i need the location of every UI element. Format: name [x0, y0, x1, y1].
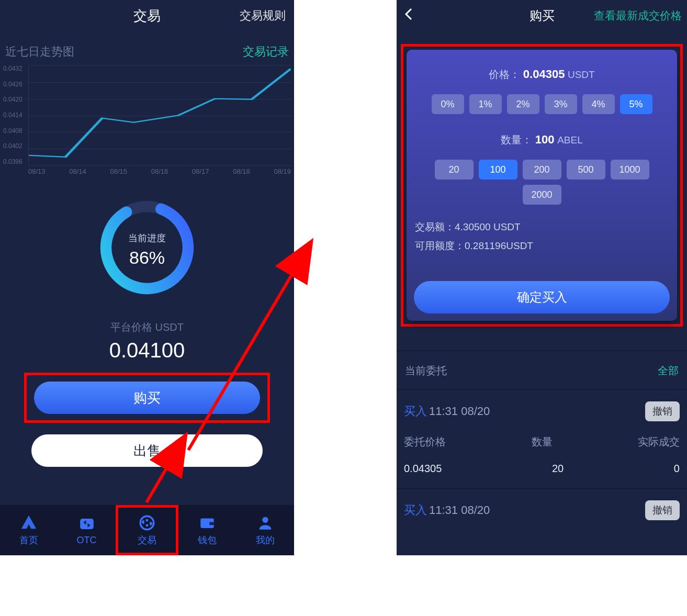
buy-button-highlight: 购买	[24, 373, 270, 423]
order-item: 买入11:31 08/20 撤销	[397, 488, 687, 520]
header-left: 交易 交易规则	[0, 0, 294, 31]
xtick: 08/16	[151, 167, 168, 175]
platform-price-label: 平台价格 USDT	[0, 320, 294, 334]
buy-button[interactable]: 购买	[34, 382, 260, 414]
val-qty: 20	[552, 463, 564, 475]
svg-point-6	[262, 517, 268, 523]
progress-value: 86%	[0, 248, 294, 268]
xtick: 08/15	[110, 167, 127, 175]
bottom-nav: 首页 OTC 交易 钱包 我的	[0, 505, 294, 555]
nav-home[interactable]: 首页	[0, 505, 58, 555]
val-filled: 0	[674, 463, 680, 475]
pct-chip[interactable]: 2%	[507, 94, 539, 114]
nav-label: 我的	[256, 534, 275, 546]
y-axis-labels: 0.0432 0.0426 0.0420 0.0414 0.0408 0.040…	[3, 65, 22, 165]
chart-title: 近七日走势图	[5, 44, 74, 60]
svg-rect-5	[210, 522, 215, 525]
nav-label: OTC	[77, 535, 97, 546]
avail-label: 可用额度：	[415, 240, 465, 251]
orders-label: 当前委托	[405, 364, 447, 378]
platform-price-value: 0.04100	[0, 339, 294, 362]
nav-label: 钱包	[198, 534, 217, 546]
pct-chip[interactable]: 0%	[432, 94, 464, 114]
qty-label: 数量：	[501, 134, 532, 145]
amount-label: 交易额：	[415, 221, 455, 232]
qty-chip[interactable]: 1000	[611, 160, 649, 180]
nav-mine[interactable]: 我的	[236, 505, 294, 555]
rules-link[interactable]: 交易规则	[240, 8, 286, 24]
home-icon	[20, 514, 38, 532]
header-title: 交易	[133, 7, 161, 25]
x-axis-labels: 08/13 08/14 08/15 08/16 08/17 08/18 08/1…	[28, 165, 291, 175]
qty-chip[interactable]: 100	[479, 160, 517, 180]
orders-header: 当前委托 全部	[397, 351, 687, 389]
pct-chip[interactable]: 3%	[545, 94, 577, 114]
qty-value: 100	[535, 133, 555, 146]
col-qty: 数量	[532, 435, 553, 449]
order-item: 买入11:31 08/20 撤销 委托价格 数量 实际成交 0.04305 20…	[397, 389, 687, 488]
progress-donut: 当前进度 86%	[0, 196, 294, 268]
meta-rows: 交易额：4.30500 USDT 可用额度：0.281196USDT	[415, 220, 669, 253]
ytick: 0.0396	[3, 158, 22, 165]
ytick: 0.0402	[3, 142, 22, 150]
xtick: 08/14	[69, 167, 86, 175]
nav-wallet[interactable]: 钱包	[178, 505, 236, 555]
xtick: 08/13	[28, 167, 46, 175]
chart-area: 0.0432 0.0426 0.0420 0.0414 0.0408 0.040…	[0, 65, 294, 175]
xtick: 08/18	[233, 167, 250, 175]
chart-line-icon	[29, 65, 291, 165]
trade-records-link[interactable]: 交易记录	[243, 44, 289, 60]
qty-chip[interactable]: 20	[435, 160, 474, 180]
progress-label: 当前进度	[0, 232, 294, 244]
line-chart	[28, 65, 291, 165]
order-side: 买入	[404, 503, 427, 517]
amount-value: 4.30500 USDT	[455, 221, 521, 232]
nav-label: 交易	[138, 534, 156, 546]
qty-chip[interactable]: 500	[567, 160, 605, 180]
cancel-order-button[interactable]: 撤销	[645, 500, 680, 520]
svg-rect-2	[80, 519, 94, 529]
nav-label: 首页	[19, 534, 38, 546]
order-timestamp: 11:31 08/20	[429, 405, 490, 418]
buy-screen: 购买 查看最新成交价格 价格： 0.04305 USDT 0% 1% 2% 3%…	[397, 0, 687, 555]
chevron-left-icon	[404, 7, 414, 21]
price-unit: USDT	[568, 69, 595, 80]
header-title: 购买	[530, 7, 555, 24]
ytick: 0.0426	[3, 81, 22, 88]
qty-chips: 20 100 200 500 1000 2000	[414, 160, 670, 205]
col-price: 委托价格	[404, 435, 446, 449]
order-side: 买入	[404, 405, 427, 418]
xtick: 08/19	[274, 167, 291, 175]
xtick: 08/17	[192, 167, 209, 175]
latest-price-link[interactable]: 查看最新成交价格	[594, 8, 682, 23]
nav-otc[interactable]: OTC	[58, 505, 115, 555]
col-filled: 实际成交	[638, 435, 680, 449]
ytick: 0.0420	[3, 96, 22, 103]
pct-chip[interactable]: 4%	[582, 94, 615, 114]
order-timestamp: 11:31 08/20	[429, 503, 490, 517]
price-row: 价格： 0.04305 USDT	[414, 68, 670, 82]
ytick: 0.0432	[3, 65, 22, 72]
pct-chip[interactable]: 5%	[620, 94, 652, 114]
trade-icon	[138, 514, 156, 532]
nav-trade[interactable]: 交易	[116, 505, 178, 555]
avail-value: 0.281196USDT	[465, 240, 533, 251]
val-price: 0.04305	[404, 463, 442, 475]
buy-panel: 价格： 0.04305 USDT 0% 1% 2% 3% 4% 5% 数量： 1…	[407, 50, 677, 321]
wallet-icon	[198, 514, 216, 532]
ytick: 0.0414	[3, 111, 22, 119]
sell-button[interactable]: 出售	[31, 434, 263, 467]
orders-all-link[interactable]: 全部	[658, 364, 679, 378]
cancel-order-button[interactable]: 撤销	[645, 401, 680, 421]
back-button[interactable]	[404, 7, 414, 25]
trade-screen: 交易 交易规则 近七日走势图 交易记录 0.0432 0.0426 0.0420…	[0, 0, 294, 555]
qty-chip[interactable]: 2000	[523, 185, 561, 205]
confirm-buy-button[interactable]: 确定买入	[414, 281, 670, 313]
pct-chip[interactable]: 1%	[469, 94, 502, 114]
qty-row: 数量： 100 ABEL	[414, 133, 670, 147]
chart-subheader: 近七日走势图 交易记录	[0, 31, 294, 65]
ytick: 0.0408	[3, 127, 22, 135]
qty-unit: ABEL	[557, 135, 583, 145]
qty-chip[interactable]: 200	[523, 160, 561, 180]
price-label: 价格：	[489, 69, 520, 80]
